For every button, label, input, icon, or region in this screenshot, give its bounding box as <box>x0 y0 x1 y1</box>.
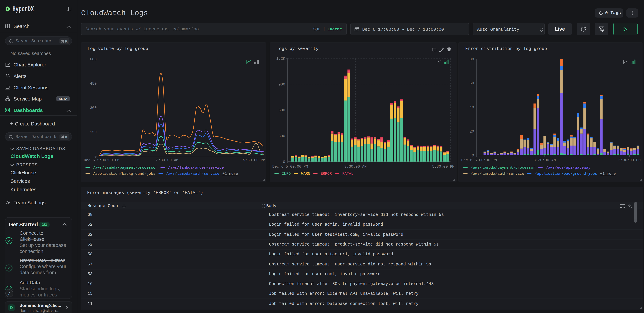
svg-text:300: 300 <box>278 134 285 138</box>
svg-text:150: 150 <box>90 130 97 134</box>
svg-text:5:30:00 PM: 5:30:00 PM <box>243 158 265 162</box>
svg-text:3:30:00 AM: 3:30:00 AM <box>344 164 366 169</box>
svg-text:40: 40 <box>470 105 474 110</box>
svg-text:80: 80 <box>470 57 474 62</box>
svg-text:450: 450 <box>90 82 97 86</box>
svg-text:3:30:00 AM: 3:30:00 AM <box>156 158 178 162</box>
svg-text:900: 900 <box>278 82 285 87</box>
svg-text:300: 300 <box>90 106 97 110</box>
svg-text:0: 0 <box>472 154 474 158</box>
svg-text:600: 600 <box>90 57 97 62</box>
svg-text:1.2K: 1.2K <box>276 57 285 61</box>
svg-text:Dec 6 5:00:00 PM: Dec 6 5:00:00 PM <box>84 158 120 162</box>
svg-text:600: 600 <box>278 108 285 113</box>
svg-text:5:30:00 PM: 5:30:00 PM <box>432 164 454 169</box>
svg-text:Dec 6 5:00:00 PM: Dec 6 5:00:00 PM <box>461 158 497 162</box>
svg-text:Dec 6 5:00:00 PM: Dec 6 5:00:00 PM <box>272 164 308 169</box>
svg-text:20: 20 <box>470 130 474 134</box>
svg-text:60: 60 <box>470 81 474 86</box>
svg-text:0: 0 <box>283 160 285 164</box>
svg-text:5:30:00 PM: 5:30:00 PM <box>618 158 640 162</box>
svg-text:3:30:00 AM: 3:30:00 AM <box>534 158 556 162</box>
